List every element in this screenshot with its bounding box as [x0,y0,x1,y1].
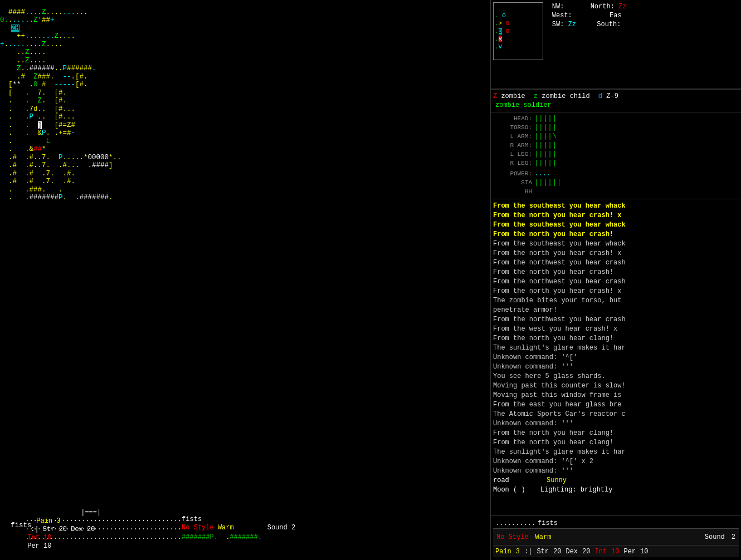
int-value: 10 [611,548,619,556]
weather-value: Sunny [547,477,567,484]
msg-30: road Sunny [493,476,739,485]
torso-row: TORSO: ||||| [493,124,739,132]
msg-3: From the southeast you hear whack [493,220,739,229]
map-display: ####....Z.......... 0.......Z'##+ ZH ++.… [0,0,490,560]
minimap: . O .> O .B O .R .V [493,2,543,60]
msg-15: From the north you hear clang! [493,334,739,343]
power-row: POWER: .... [493,170,739,178]
hud-top: . O .> O .B O .R .V NW: North: Zz West: … [491,0,741,89]
lighting-text: Lighting: [540,486,581,494]
south-label: South: [597,21,621,28]
msg-31: Moon ( ) Lighting: brightly [493,485,739,494]
map-stat-row: |===| Pain 3 :| Str 20 Dex 20 Int 10 Per… [1,500,101,559]
msg-29: Unknown command: ''' [493,466,739,475]
lighting-value: brightly [581,486,613,494]
weapon-value: fists [538,519,558,527]
head-row: HEAD: ||||| [493,115,739,123]
msg-26: From the north you hear clang! [493,438,739,447]
power-label: POWER: [493,170,532,178]
lleg-bars: ||||| [534,150,557,159]
sta-row: STA |||||| [493,179,739,187]
lleg-label: L LEG: [493,150,532,159]
map-panel: ####....Z.......... 0.......Z'##+ ZH ++.… [0,0,490,560]
compass: NW: North: Zz West: Eas SW: Zz South: [552,2,664,29]
larm-bars: ||||\ [534,132,557,141]
msg-23: The Atomic Sports Car's reactor c [493,410,739,419]
msg-28: Unknown command: '^[' x 2 [493,457,739,466]
larm-label: L ARM: [493,132,532,141]
rleg-bars: ||||| [534,159,557,168]
minimap-display: . O .> O .B O .R .V [495,4,542,58]
torso-label: TORSO: [493,124,532,132]
int-label: Int [594,548,607,556]
hh-row: HH [493,188,739,196]
msg-21: Moving past this window frame is [493,391,739,400]
right-panel: . O .> O .B O .R .V NW: North: Zz West: … [490,0,741,560]
sound-value: 2 [732,533,735,541]
sw-label: SW: [552,21,568,28]
msg-5: From the southeast you hear whack [493,239,739,248]
dex-value: 20 [582,548,590,556]
road-text: road [493,477,509,484]
rleg-row: R LEG: ||||| [493,159,739,168]
sound-label: Sound [705,533,725,541]
larm-row: L ARM: ||||\ [493,132,739,141]
msg-27: The sunlight's glare makes it har [493,448,739,456]
msg-25: From the north you hear clang! [493,429,739,438]
msg-6: From the north you hear crash! x [493,249,739,258]
msg-1: From the southeast you hear whack [493,202,739,210]
power-bars: .... [534,170,550,178]
legend-z2-char: z [534,92,538,100]
msg-4: From the north you hear crash! [493,230,739,239]
head-bars: ||||| [534,115,557,123]
nw-label: NW: [552,3,564,11]
sw-value: Zz [568,21,576,28]
dex-label: Dex [566,548,578,556]
sta-label: STA [493,179,532,187]
east-label: Eas [610,12,622,19]
weapon-bar: .......... fists [493,518,739,528]
msg-24: Unknown command: ''' [493,419,739,428]
north-value: Zz [618,3,626,11]
legend-z-char: Z [493,92,497,100]
head-label: HEAD: [493,115,532,123]
rarm-bars: ||||| [534,141,557,150]
rarm-label: R ARM: [493,141,532,150]
body-status: HEAD: ||||| TORSO: ||||| L ARM: ||||\ R … [491,112,741,199]
rleg-label: R LEG: [493,159,532,168]
msg-12: penetrate armor! [493,306,739,315]
pain-value: 3 [516,548,520,556]
moon-text: Moon ( ) [493,486,525,494]
game-container: ####....Z.......... 0.......Z'##+ ZH ++.… [0,0,741,560]
lleg-row: L LEG: ||||| [493,150,739,159]
west-label: West: [552,12,572,19]
separator: :| [524,548,532,556]
msg-16: The sunlight's glare makes it har [493,343,739,352]
rarm-row: R ARM: ||||| [493,141,739,150]
torso-bars: ||||| [534,124,557,132]
legend-z2-label: zombie child [542,92,589,100]
legend-d-label: Z-9 [606,92,618,100]
legend-d-char: d [598,92,602,100]
message-log: From the southeast you hear whack From t… [491,199,741,515]
pain-label: Pain [495,548,511,556]
weapon-text: .......... [495,519,535,527]
sta-bars: |||||| [534,179,562,187]
status-bottom-bar: No Style Warm Sound 2 [493,528,739,545]
msg-2: From the north you hear crash! x [493,211,739,220]
per-label: Per [623,548,636,556]
msg-10: From the north you hear crash! x [493,287,739,296]
msg-7: From the northwest you hear crash [493,258,739,267]
legend-z-label: zombie [501,92,525,100]
style-value: No Style [496,533,529,541]
msg-9: From the northwest you hear crash [493,277,739,286]
msg-14: From the west you hear crash! x [493,325,739,333]
msg-17: Unknown command: '^[' [493,353,739,362]
str-label: Str [537,548,549,556]
stat-bar: Pain 3 :| Str 20 Dex 20 Int 10 Per 10 [493,545,739,557]
bottom-bar: .......... fists No Style Warm Sound 2 P… [491,515,741,560]
msg-22: From the east you hear glass bre [493,400,739,409]
temp-value: Warm [535,533,552,541]
per-value: 10 [640,548,648,556]
str-value: 20 [553,548,561,556]
